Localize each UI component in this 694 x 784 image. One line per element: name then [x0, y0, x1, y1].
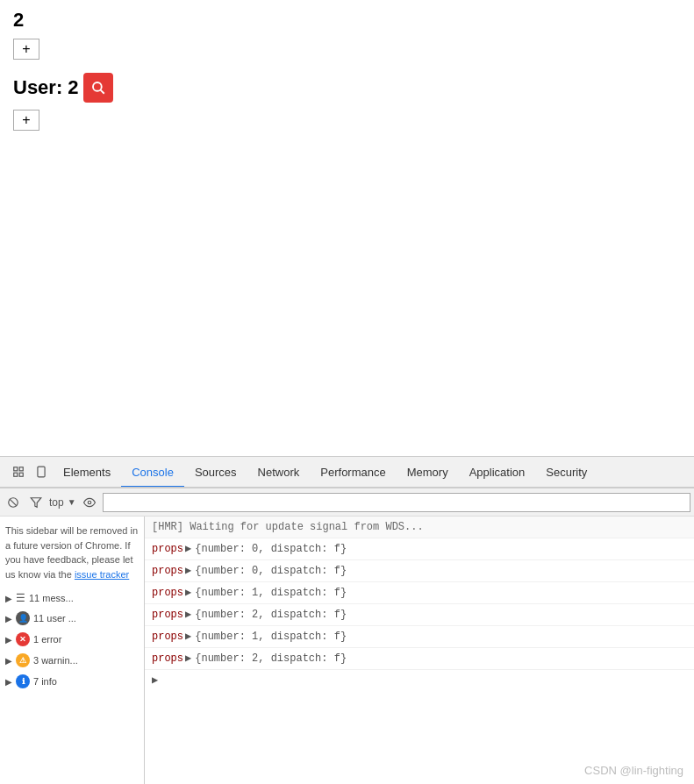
counter-value: 2	[13, 9, 681, 32]
expand-arrow-user[interactable]: ▶	[5, 614, 12, 624]
tab-network[interactable]: Network	[247, 459, 311, 488]
console-wrapper: [HMR] Waiting for update signal from WDS…	[145, 517, 694, 784]
svg-point-11	[88, 501, 91, 504]
filter-icon[interactable]	[26, 493, 46, 512]
svg-point-0	[93, 82, 102, 91]
props-arrow-1[interactable]: ▶	[185, 541, 191, 557]
error-icon: ✕	[16, 632, 30, 646]
svg-line-1	[100, 90, 104, 94]
list-icon: ☰	[16, 592, 25, 604]
expand-arrow-error[interactable]: ▶	[5, 635, 12, 645]
devtools-tabs: Elements Console Sources Network Perform…	[0, 457, 694, 488]
tab-console[interactable]: Console	[121, 459, 184, 488]
filter-toolbar: top ▼	[0, 488, 694, 517]
console-continuation-arrow[interactable]: ▶	[152, 674, 158, 687]
svg-marker-10	[31, 497, 41, 507]
filter-user-messages[interactable]: ▶ 👤 11 user ...	[5, 609, 139, 627]
console-filter-input[interactable]	[103, 493, 690, 512]
search-icon	[90, 80, 106, 96]
info-label: 7 info	[33, 676, 57, 687]
props-label-3: props	[152, 585, 183, 601]
props-arrow-4[interactable]: ▶	[185, 607, 191, 623]
all-messages-label: 11 mess...	[29, 593, 74, 603]
console-line-props-1: props ▶ {number: 0, dispatch: f}	[145, 538, 694, 560]
console-line-props-3: props ▶ {number: 1, dispatch: f}	[145, 582, 694, 604]
tab-application[interactable]: Application	[459, 459, 536, 488]
add-button-2[interactable]: +	[13, 110, 39, 131]
eye-icon[interactable]	[80, 493, 99, 512]
props-value-2: {number: 0, dispatch: f}	[195, 563, 347, 579]
user-messages-label: 11 user ...	[33, 613, 76, 624]
filter-errors[interactable]: ▶ ✕ 1 error	[5, 631, 139, 648]
device-icon[interactable]	[30, 460, 53, 483]
props-label-4: props	[152, 607, 183, 623]
hmr-text: [HMR] Waiting for update signal from WDS…	[152, 519, 424, 535]
console-line-props-6: props ▶ {number: 2, dispatch: f}	[145, 648, 694, 670]
warnings-label: 3 warnin...	[33, 655, 78, 666]
props-value-6: {number: 2, dispatch: f}	[195, 651, 347, 666]
filter-warnings[interactable]: ▶ ⚠ 3 warnin...	[5, 652, 139, 669]
app-area: 2 + User: 2 +	[0, 0, 694, 456]
filter-all-messages[interactable]: ▶ ☰ 11 mess...	[5, 590, 139, 606]
console-line-props-2: props ▶ {number: 0, dispatch: f}	[145, 560, 694, 582]
filter-info[interactable]: ▶ ℹ 7 info	[5, 673, 139, 690]
tab-performance[interactable]: Performance	[310, 459, 396, 488]
expand-arrow-info[interactable]: ▶	[5, 677, 12, 687]
add-button-1[interactable]: +	[13, 39, 39, 60]
props-label-2: props	[152, 563, 183, 579]
errors-label: 1 error	[33, 634, 61, 645]
issue-tracker-link[interactable]: issue tracker	[75, 569, 129, 580]
user-label: User: 2	[13, 73, 681, 103]
props-label-6: props	[152, 651, 183, 666]
devtools-main: This sidebar will be removed in a future…	[0, 517, 694, 784]
props-label-1: props	[152, 541, 183, 557]
sidebar-notice: This sidebar will be removed in a future…	[5, 524, 139, 581]
console-line-props-4: props ▶ {number: 2, dispatch: f}	[145, 604, 694, 626]
search-icon-button[interactable]	[83, 73, 113, 103]
inspect-icon[interactable]	[7, 460, 30, 483]
tab-memory[interactable]: Memory	[397, 459, 459, 488]
svg-rect-4	[19, 473, 23, 476]
svg-rect-6	[38, 467, 45, 477]
devtools-sidebar: This sidebar will be removed in a future…	[0, 517, 145, 784]
user-text: User: 2	[13, 76, 79, 99]
tab-sources[interactable]: Sources	[184, 459, 247, 488]
props-value-3: {number: 1, dispatch: f}	[195, 585, 347, 601]
props-value-4: {number: 2, dispatch: f}	[195, 607, 347, 623]
expand-arrow-all[interactable]: ▶	[5, 594, 12, 603]
svg-rect-5	[14, 473, 18, 476]
devtools-panel: Elements Console Sources Network Perform…	[0, 456, 694, 784]
svg-rect-3	[19, 467, 23, 471]
console-output: [HMR] Waiting for update signal from WDS…	[145, 517, 694, 784]
context-dropdown-arrow[interactable]: ▼	[68, 497, 76, 507]
svg-rect-2	[14, 467, 18, 471]
props-arrow-5[interactable]: ▶	[185, 629, 191, 645]
warning-icon: ⚠	[16, 653, 30, 667]
props-arrow-2[interactable]: ▶	[185, 563, 191, 579]
user-icon: 👤	[16, 611, 30, 625]
info-icon: ℹ	[16, 674, 30, 688]
console-line-props-5: props ▶ {number: 1, dispatch: f}	[145, 626, 694, 648]
props-label-5: props	[152, 629, 183, 645]
tab-security[interactable]: Security	[535, 459, 597, 488]
tab-elements[interactable]: Elements	[53, 459, 121, 488]
props-arrow-6[interactable]: ▶	[185, 651, 191, 666]
context-selector[interactable]: top	[49, 496, 64, 509]
svg-line-9	[10, 498, 17, 505]
console-line-hmr: [HMR] Waiting for update signal from WDS…	[145, 517, 694, 538]
props-arrow-3[interactable]: ▶	[185, 585, 191, 601]
clear-console-icon[interactable]	[4, 493, 23, 512]
console-arrow-row[interactable]: ▶	[145, 670, 694, 690]
props-value-1: {number: 0, dispatch: f}	[195, 541, 347, 557]
expand-arrow-warn[interactable]: ▶	[5, 656, 12, 666]
props-value-5: {number: 1, dispatch: f}	[195, 629, 347, 645]
